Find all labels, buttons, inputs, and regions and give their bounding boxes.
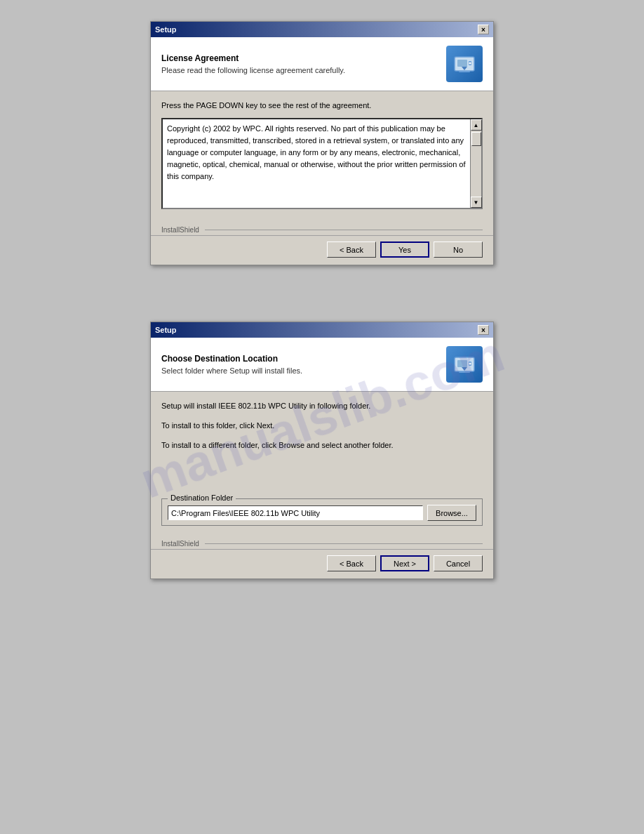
destination-dialog: Setup × Choose Destination Location Sele… (150, 322, 494, 579)
dialog1-header: License Agreement Please read the follow… (151, 37, 493, 91)
dialog2-heading: Choose Destination Location (161, 354, 302, 364)
license-dialog: Setup × License Agreement Please read th… (150, 21, 494, 265)
dialog2-header: Choose Destination Location Select folde… (151, 338, 493, 392)
dialog2-subheading: Select folder where Setup will install f… (161, 366, 302, 375)
title-bar-1: Setup × (151, 22, 493, 37)
back-button-1[interactable]: < Back (327, 241, 376, 258)
scrollbar[interactable]: ▲ ▼ (470, 119, 481, 208)
destination-folder-group: Destination Folder Browse... (161, 498, 483, 526)
svg-point-3 (469, 62, 471, 65)
dialog1-button-bar: < Back Yes No (151, 235, 493, 265)
install-icon-2 (446, 346, 483, 383)
dialog1-subheading: Please read the following license agreem… (161, 66, 345, 74)
scroll-down-button[interactable]: ▼ (471, 197, 482, 208)
yes-button[interactable]: Yes (380, 241, 429, 258)
dialog2-line1: Setup will install IEEE 802.11b WPC Util… (161, 399, 483, 413)
spacer-area (161, 458, 483, 493)
scroll-thumb[interactable] (471, 132, 481, 146)
next-button[interactable]: Next > (380, 555, 429, 571)
svg-rect-1 (457, 60, 467, 67)
license-text: Copyright (c) 2002 by WPC. All rights re… (163, 119, 470, 208)
scroll-up-button[interactable]: ▲ (471, 119, 482, 131)
dialog2-button-bar: < Back Next > Cancel (151, 549, 493, 578)
dialog1-heading: License Agreement (161, 53, 345, 63)
destination-folder-label: Destination Folder (168, 494, 236, 502)
dialog2-close-button[interactable]: × (478, 325, 489, 335)
folder-input-row: Browse... (168, 505, 476, 521)
folder-path-input[interactable] (168, 505, 423, 520)
license-text-area[interactable]: Copyright (c) 2002 by WPC. All rights re… (161, 118, 483, 209)
installshield-label-2: InstallShield (161, 537, 483, 549)
svg-point-9 (469, 363, 471, 365)
dialog1-close-button[interactable]: × (478, 25, 489, 34)
no-button[interactable]: No (434, 241, 483, 258)
dialog2-header-text: Choose Destination Location Select folde… (161, 354, 302, 375)
dialog2-title: Setup (155, 326, 177, 334)
browse-button[interactable]: Browse... (427, 505, 476, 521)
title-bar-2: Setup × (151, 322, 493, 338)
dialog2-line2: To install to this folder, click Next. (161, 418, 483, 432)
svg-rect-10 (459, 371, 470, 373)
back-button-2[interactable]: < Back (327, 555, 376, 571)
dialog1-instruction: Press the PAGE DOWN key to see the rest … (161, 98, 483, 112)
install-svg-2 (452, 352, 477, 377)
installshield-label-1: InstallShield (161, 223, 483, 235)
dialog1-body: Press the PAGE DOWN key to see the rest … (151, 91, 493, 223)
svg-rect-4 (459, 71, 470, 72)
dialog2-line3: To install to a different folder, click … (161, 438, 483, 452)
install-svg-1 (452, 51, 477, 77)
install-icon-1 (446, 46, 483, 82)
svg-rect-7 (457, 360, 467, 367)
dialog2-body: Setup will install IEEE 802.11b WPC Util… (151, 392, 493, 537)
dialog1-title: Setup (155, 25, 177, 34)
cancel-button[interactable]: Cancel (434, 555, 483, 571)
dialog1-header-text: License Agreement Please read the follow… (161, 53, 345, 74)
